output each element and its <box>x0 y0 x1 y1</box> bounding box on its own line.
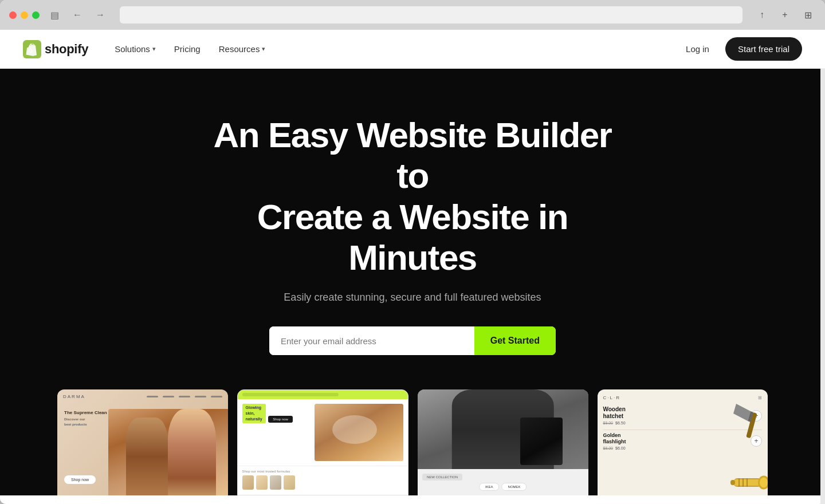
sidebar-toggle-button[interactable]: ▤ <box>46 7 62 23</box>
resources-nav-link[interactable]: Resources ▾ <box>211 40 274 58</box>
svg-rect-9 <box>730 480 735 485</box>
back-button[interactable]: ← <box>69 7 85 23</box>
preview-card-hardware: C·L·R ⊞ Woodenhatchet $9.00 $6.50 <box>598 389 768 495</box>
login-button[interactable]: Log in <box>679 40 716 58</box>
card-2-content: Glowingskin,naturally Shop now <box>238 390 408 495</box>
card-2-badge: Glowingskin,naturally <box>242 404 266 423</box>
card-1-header: DARMA <box>57 394 228 399</box>
logo-text: shopify <box>45 42 88 57</box>
card-2-product-4 <box>284 475 295 490</box>
card-1-brand: DARMA <box>63 394 85 399</box>
card-4-product-2-price-old: $8.00 <box>603 446 614 450</box>
resources-chevron-icon: ▾ <box>262 45 265 53</box>
card-3-content: NEW COLLECTION IKEA NOMEK <box>418 389 588 495</box>
card-4-product-1-info: Woodenhatchet $9.00 $6.50 <box>603 406 747 425</box>
card-4-product-1-price-new: $6.50 <box>615 421 626 425</box>
navbar: shopify Solutions ▾ Pricing Resources ▾ … <box>0 30 825 69</box>
nav-dot <box>179 396 190 397</box>
hero-form: Get Started <box>269 326 556 355</box>
preview-cards-row: DARMA The Supreme Clean Discove <box>23 389 802 495</box>
card-4-content: C·L·R ⊞ Woodenhatchet $9.00 $6.50 <box>598 389 768 495</box>
solutions-nav-link[interactable]: Solutions ▾ <box>107 40 164 58</box>
solutions-chevron-icon: ▾ <box>152 45 156 53</box>
preview-card-fashion: NEW COLLECTION IKEA NOMEK <box>418 389 588 495</box>
card-1-nav <box>147 396 222 397</box>
nav-dot <box>163 396 174 397</box>
card-1-shop-button[interactable]: Shop now <box>64 475 96 484</box>
email-input[interactable] <box>269 326 474 355</box>
nav-dot <box>147 396 158 397</box>
nav-actions: Log in Start free trial <box>679 37 802 61</box>
close-button[interactable] <box>9 11 17 19</box>
new-tab-button[interactable]: + <box>777 7 793 23</box>
traffic-lights <box>9 11 40 19</box>
card-2-product-2 <box>256 475 268 490</box>
minimize-button[interactable] <box>21 11 28 19</box>
card-4-product-2-price-new: $6.00 <box>615 446 626 450</box>
nav-dot <box>211 396 222 397</box>
card-4-product-2-info: Goldenflashlight $8.00 $6.00 <box>603 432 747 450</box>
preview-card-skincare: Glowingskin,naturally Shop now <box>237 389 409 495</box>
card-4-flashlight-image <box>730 472 762 490</box>
card-4-brand: C·L·R <box>603 395 620 400</box>
browser-titlebar: ▤ ← → ↑ + ⊞ <box>0 0 825 30</box>
card-3-btn-1[interactable]: IKEA <box>479 483 500 491</box>
svg-point-5 <box>760 478 768 488</box>
nav-dot <box>195 396 206 397</box>
svg-rect-3 <box>733 479 762 486</box>
card-2-footer: Shop our most trusted formulas <box>238 466 408 493</box>
page-content: shopify Solutions ▾ Pricing Resources ▾ … <box>0 30 825 504</box>
card-2-cta-button[interactable]: Shop now <box>268 416 293 423</box>
card-2-text: Glowingskin,naturally Shop now <box>242 404 311 461</box>
start-trial-button[interactable]: Start free trial <box>725 37 802 61</box>
address-bar[interactable] <box>120 6 742 23</box>
scrollbar[interactable] <box>820 30 825 504</box>
hero-title: An Easy Website Builder to Create a Webs… <box>212 115 613 278</box>
forward-button[interactable]: → <box>92 7 108 23</box>
hero-subtitle: Easily create stunning, secure and full … <box>284 292 541 304</box>
card-2-nav-bar <box>242 393 339 396</box>
card-1-photo <box>108 409 227 496</box>
card-3-btn-2[interactable]: NOMEK <box>502 483 527 491</box>
shopify-logo-icon <box>23 40 41 58</box>
card-4-hatchet-image <box>733 401 762 435</box>
maximize-button[interactable] <box>32 11 40 19</box>
pricing-nav-link[interactable]: Pricing <box>166 40 209 58</box>
preview-card-beauty: DARMA The Supreme Clean Discove <box>57 389 228 495</box>
get-started-button[interactable]: Get Started <box>474 326 556 355</box>
hero-section: An Easy Website Builder to Create a Webs… <box>0 69 825 495</box>
card-1-content: DARMA The Supreme Clean Discove <box>57 389 228 495</box>
card-4-zoom: ⊞ <box>758 395 762 400</box>
share-button[interactable]: ↑ <box>754 7 770 23</box>
card-4-product-2-name: Goldenflashlight <box>603 432 747 445</box>
card-4-header: C·L·R ⊞ <box>603 395 763 400</box>
card-4-product-1-price-old: $9.00 <box>603 421 614 425</box>
card-3-photo <box>418 389 588 469</box>
nav-links: Solutions ▾ Pricing Resources ▾ <box>107 40 679 58</box>
card-2-products-row <box>242 475 404 490</box>
shopify-logo[interactable]: shopify <box>23 40 88 58</box>
card-1-text: The Supreme Clean Discover ourbest produ… <box>64 410 107 427</box>
card-2-footer-text: Shop our most trusted formulas <box>242 470 404 473</box>
card-2-model-photo <box>315 404 403 461</box>
card-2-header <box>238 390 408 399</box>
card-2-product-1 <box>242 475 254 490</box>
card-2-product-3 <box>270 475 281 490</box>
grid-view-button[interactable]: ⊞ <box>800 7 816 23</box>
card-3-collection-label: NEW COLLECTION <box>422 474 462 481</box>
card-3-cta-row: IKEA NOMEK <box>479 483 527 491</box>
card-4-product-1-name: Woodenhatchet <box>603 406 747 420</box>
card-2-main: Glowingskin,naturally Shop now <box>238 399 408 466</box>
